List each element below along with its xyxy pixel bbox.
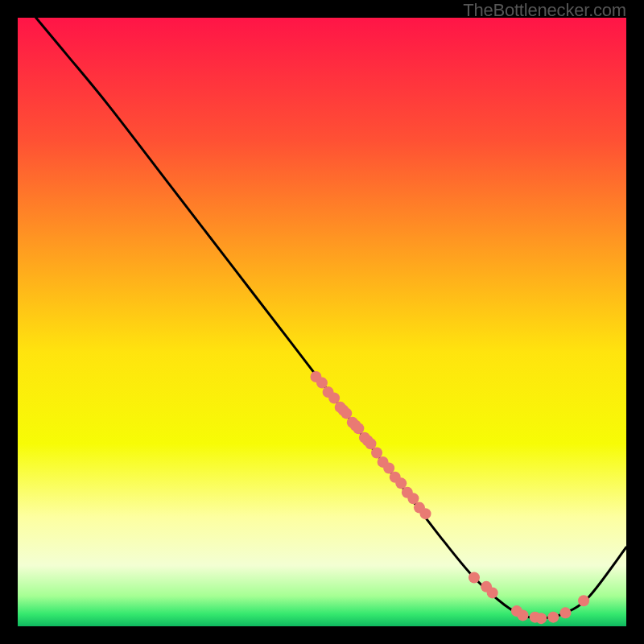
bottleneck-chart [18,18,626,626]
data-point [517,609,528,621]
gradient-background [18,18,626,626]
watermark-text: TheBottlenecker.com [463,0,626,21]
data-point [547,612,559,623]
data-point [578,595,589,606]
data-point [559,607,571,618]
chart-svg [18,18,626,626]
data-point [420,508,431,519]
data-point [487,587,498,598]
data-point [535,613,547,624]
data-point [469,572,480,584]
